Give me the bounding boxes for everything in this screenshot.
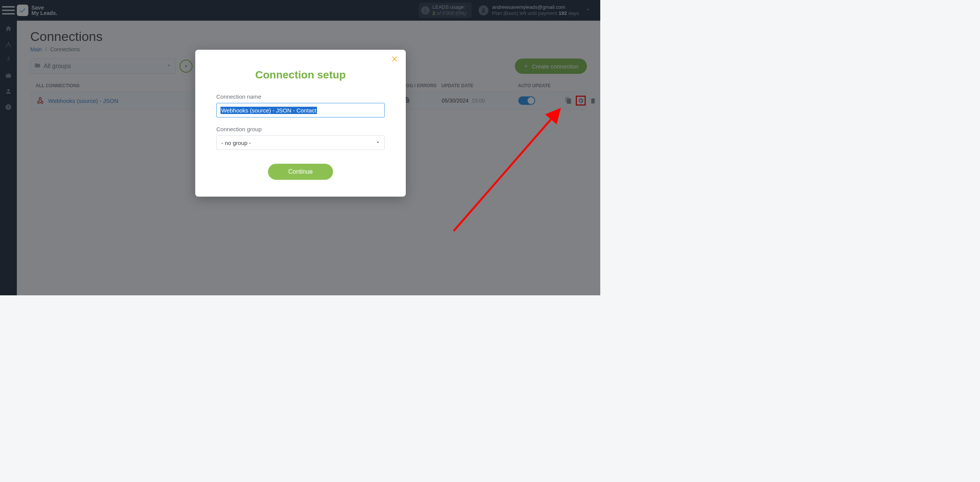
connection-group-select[interactable]: - no group - [216,135,385,150]
connection-name-value: Webhooks (source) - JSON - Contact [220,107,317,114]
continue-button[interactable]: Continue [268,164,333,180]
close-icon[interactable] [391,55,399,64]
connection-name-label: Connection name [216,93,385,100]
modal-title: Connection setup [216,69,385,81]
chevron-down-icon [375,140,381,146]
connection-name-input[interactable]: Webhooks (source) - JSON - Contact [216,103,385,117]
connection-group-value: - no group - [221,140,251,146]
connection-group-label: Connection group [216,126,385,132]
connection-setup-modal: Connection setup Connection name Webhook… [195,50,406,197]
